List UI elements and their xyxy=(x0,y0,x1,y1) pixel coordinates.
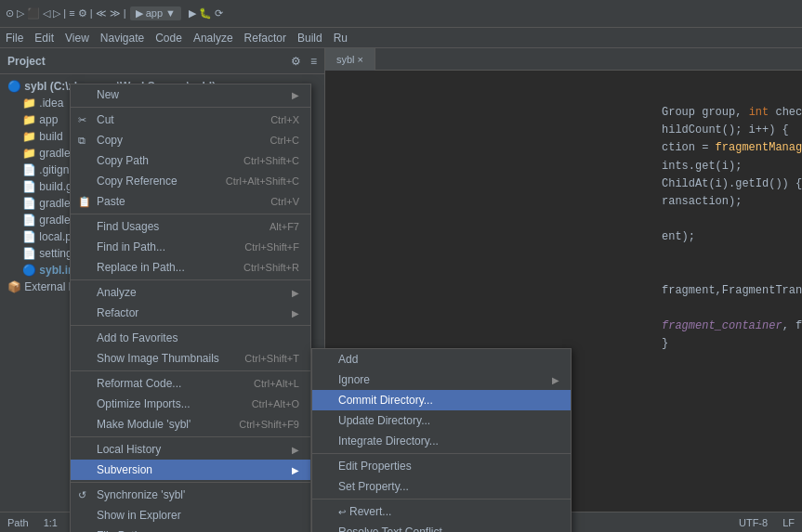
code-line-6: ransaction); xyxy=(662,193,791,211)
menu-item-copy-reference[interactable]: Copy Reference Ctrl+Alt+Shift+C xyxy=(71,171,310,191)
menu-item-subversion[interactable]: Subversion ▶ xyxy=(71,460,310,480)
code-line-3: ction = fragmentManager.beginTrans xyxy=(662,139,791,157)
menu-item-local-history[interactable]: Local History ▶ xyxy=(71,439,310,460)
menu-code[interactable]: Code xyxy=(155,32,182,45)
status-position: 1:1 xyxy=(44,517,58,528)
menu-item-show-explorer[interactable]: Show in Explorer xyxy=(71,505,310,526)
menu-edit[interactable]: Edit xyxy=(34,32,54,45)
code-line-12 xyxy=(662,300,791,318)
submenu-commit[interactable]: Commit Directory... xyxy=(312,390,571,410)
menu-item-make-module[interactable]: Make Module 'sybl' Ctrl+Shift+F9 xyxy=(71,414,310,435)
project-settings-icon[interactable]: ⚙ xyxy=(291,55,301,68)
context-menu: New ▶ ✂ Cut Ctrl+X ⧉ Copy Ctrl+C Copy Pa… xyxy=(70,84,311,532)
app-selector[interactable]: ▶ app ▼ xyxy=(130,6,181,20)
code-line-4: ints.get(i); xyxy=(662,158,791,175)
code-line-9 xyxy=(662,247,791,265)
cut-icon: ✂ xyxy=(78,114,86,126)
toolbar-icons: ⊙ ▷ ⬛ ◁ ▷ | ≡ ⚙ | ≪ ≫ | xyxy=(6,7,126,19)
menu-item-synchronize[interactable]: ↺ Synchronize 'sybl' xyxy=(71,485,310,505)
menu-item-replace-path[interactable]: Replace in Path... Ctrl+Shift+R xyxy=(71,257,310,278)
menu-item-new[interactable]: New ▶ xyxy=(71,84,310,105)
sync-icon: ↺ xyxy=(78,489,86,501)
tab-bar: sybl × xyxy=(325,48,802,71)
run-buttons: ▶ 🐛 ⟳ xyxy=(189,7,223,19)
submenu-add[interactable]: Add xyxy=(312,349,571,370)
editor-tab[interactable]: sybl × xyxy=(325,48,375,71)
menu-item-file-path[interactable]: File Path Ctrl+Alt+F12 xyxy=(71,526,310,532)
submenu-divider-2 xyxy=(312,499,571,500)
menu-item-favorites[interactable]: Add to Favorites xyxy=(71,328,310,348)
code-line-8: ent); xyxy=(662,228,791,246)
menu-item-cut[interactable]: ✂ Cut Ctrl+X xyxy=(71,110,310,130)
paste-icon: 📋 xyxy=(78,196,91,208)
menu-divider-1 xyxy=(71,107,310,108)
status-encoding: UTF-8 xyxy=(739,517,768,528)
submenu-update[interactable]: Update Directory... xyxy=(312,410,571,431)
submenu-ignore[interactable]: Ignore ▶ xyxy=(312,370,571,390)
menu-item-thumbnails[interactable]: Show Image Thumbnails Ctrl+Shift+T xyxy=(71,348,310,369)
menu-divider-3 xyxy=(71,279,310,280)
code-line-11: fragment,FragmentTransaction trans xyxy=(662,282,791,300)
status-path: Path xyxy=(7,517,29,528)
code-line-1: Group group, int checkedId) { xyxy=(662,104,791,122)
menu-divider-7 xyxy=(71,482,310,483)
menu-item-find-usages[interactable]: Find Usages Alt+F7 xyxy=(71,216,310,237)
menu-item-paste[interactable]: 📋 Paste Ctrl+V xyxy=(71,191,310,212)
code-area: Group group, int checkedId) { hildCount(… xyxy=(651,97,802,512)
menu-divider-4 xyxy=(71,325,310,326)
code-line-13: fragment_container, fragment); xyxy=(662,318,791,335)
menu-file[interactable]: File xyxy=(6,32,23,45)
menu-item-copy[interactable]: ⧉ Copy Ctrl+C xyxy=(71,130,310,150)
project-expand-icon[interactable]: ≡ xyxy=(310,55,317,68)
toolbar: ⊙ ▷ ⬛ ◁ ▷ | ≡ ⚙ | ≪ ≫ | ▶ app ▼ ▶ 🐛 ⟳ xyxy=(0,0,802,28)
submenu-resolve-conflict[interactable]: Resolve Text Conflict... xyxy=(312,522,571,532)
menu-divider-5 xyxy=(71,370,310,371)
copy-icon: ⧉ xyxy=(78,135,85,147)
code-line-2: hildCount(); i++) { xyxy=(662,122,791,139)
code-line-7 xyxy=(662,211,791,228)
code-line-10 xyxy=(662,265,791,282)
menu-analyze[interactable]: Analyze xyxy=(193,32,233,45)
project-title: Project xyxy=(7,55,46,68)
menu-divider-2 xyxy=(71,214,310,214)
menu-divider-6 xyxy=(71,436,310,437)
menu-item-reformat[interactable]: Reformat Code... Ctrl+Alt+L xyxy=(71,373,310,394)
submenu-set-prop[interactable]: Set Property... xyxy=(312,476,571,497)
menu-item-find-path[interactable]: Find in Path... Ctrl+Shift+F xyxy=(71,237,310,257)
submenu-divider-1 xyxy=(312,453,571,454)
menu-item-analyze[interactable]: Analyze ▶ xyxy=(71,282,310,303)
code-line-14: } xyxy=(662,335,791,353)
code-line-5: ChildAt(i).getId()) { xyxy=(662,175,791,193)
menu-navigate[interactable]: Navigate xyxy=(100,32,144,45)
menu-run[interactable]: Ru xyxy=(334,32,348,45)
submenu-subversion: Add Ignore ▶ Commit Directory... Update … xyxy=(311,348,572,532)
menu-item-refactor[interactable]: Refactor ▶ xyxy=(71,303,310,323)
submenu-integrate[interactable]: Integrate Directory... xyxy=(312,431,571,451)
project-header: Project ⚙ ≡ xyxy=(0,48,324,74)
submenu-revert[interactable]: ↩ Revert... xyxy=(312,501,571,522)
menu-view[interactable]: View xyxy=(65,32,89,45)
menu-item-copy-path[interactable]: Copy Path Ctrl+Shift+C xyxy=(71,150,310,171)
menubar: File Edit View Navigate Code Analyze Ref… xyxy=(0,28,802,48)
menu-refactor[interactable]: Refactor xyxy=(244,32,286,45)
menu-item-optimize[interactable]: Optimize Imports... Ctrl+Alt+O xyxy=(71,394,310,414)
submenu-edit-props[interactable]: Edit Properties xyxy=(312,456,571,476)
status-line-sep: LF xyxy=(782,517,795,528)
menu-build[interactable]: Build xyxy=(297,32,322,45)
